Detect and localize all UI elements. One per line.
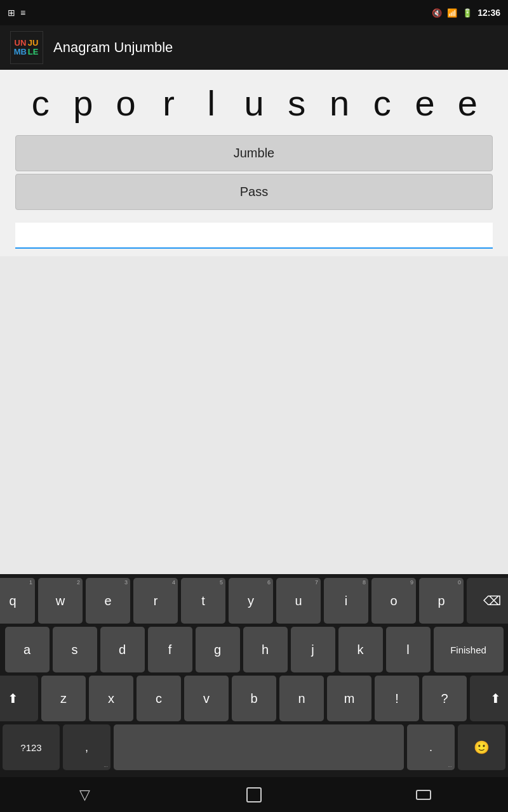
key-n[interactable]: n [279, 676, 324, 721]
key-x[interactable]: x [89, 676, 133, 721]
shift-left-key[interactable]: ⬆ [0, 676, 38, 721]
key-w[interactable]: 2w [38, 578, 83, 624]
key-z[interactable]: z [41, 676, 86, 721]
key-u[interactable]: 7u [276, 578, 321, 624]
letter-8: c [361, 82, 403, 124]
keyboard-row-4: ?123 , ... . ... 🙂 [3, 724, 505, 770]
letter-0: c [19, 82, 62, 124]
mute-icon: 🔇 [432, 8, 442, 18]
key-g[interactable]: g [196, 627, 240, 672]
app-bar: UN JU MB LE Anagram Unjumble [0, 25, 508, 70]
key-c[interactable]: c [137, 676, 181, 721]
key-p[interactable]: 0p [419, 578, 464, 624]
recent-button[interactable] [404, 782, 443, 808]
key-q[interactable]: 1q [0, 578, 35, 624]
main-content: c p o r l u s n c e e Jumble Pass [0, 70, 508, 574]
key-i[interactable]: 8i [324, 578, 368, 624]
key-d[interactable]: d [100, 627, 145, 672]
grid-icon: ⊞ [8, 8, 15, 18]
key-e[interactable]: 3e [86, 578, 130, 624]
svg-rect-0 [247, 788, 261, 802]
letter-7: n [318, 82, 361, 124]
battery-icon: 🔋 [462, 8, 472, 18]
key-h[interactable]: h [243, 627, 288, 672]
key-s[interactable]: s [53, 627, 97, 672]
key-exclaim[interactable]: ! [375, 676, 419, 721]
letter-5: u [232, 82, 275, 124]
menu-icon: ≡ [20, 8, 25, 18]
game-buttons: Jumble Pass [0, 130, 508, 215]
letter-6: s [276, 82, 318, 124]
nav-bar: ▽ [0, 777, 508, 812]
keyboard-row-2: a s d f g h j k l Finished [3, 627, 505, 672]
letter-10: e [446, 82, 489, 124]
wifi-icon: 📶 [447, 8, 457, 18]
time-display: 12:36 [478, 8, 500, 18]
status-bar: ⊞ ≡ 🔇 📶 🔋 12:36 [0, 0, 508, 25]
key-j[interactable]: j [291, 627, 335, 672]
jumble-button[interactable]: Jumble [15, 135, 493, 171]
key-o[interactable]: 9o [371, 578, 416, 624]
keyboard-row-3: ⬆ z x c v b n m ! ? ⬆ [3, 676, 505, 721]
gray-area [0, 256, 508, 574]
letter-1: p [62, 82, 104, 124]
key-f[interactable]: f [148, 627, 192, 672]
finished-button[interactable]: Finished [434, 627, 504, 672]
key-r[interactable]: 4r [133, 578, 178, 624]
key-y[interactable]: 6y [229, 578, 273, 624]
app-title: Anagram Unjumble [53, 39, 173, 56]
comma-key[interactable]: , ... [63, 724, 110, 770]
pass-button[interactable]: Pass [15, 174, 493, 210]
letter-9: e [403, 82, 446, 124]
key-l[interactable]: l [386, 627, 431, 672]
status-bar-left: ⊞ ≡ [8, 8, 25, 18]
sym-key[interactable]: ?123 [3, 724, 60, 770]
home-button[interactable] [235, 782, 273, 808]
emoji-key[interactable]: 🙂 [458, 724, 505, 770]
key-t[interactable]: 5t [181, 578, 225, 624]
shift-right-key[interactable]: ⬆ [470, 676, 508, 721]
key-v[interactable]: v [184, 676, 229, 721]
key-m[interactable]: m [327, 676, 371, 721]
letter-3: r [147, 82, 190, 124]
app-logo: UN JU MB LE [10, 31, 43, 64]
space-key[interactable] [114, 724, 404, 770]
key-a[interactable]: a [5, 627, 50, 672]
letter-4: l [190, 82, 232, 124]
scrambled-letters: c p o r l u s n c e e [0, 70, 508, 130]
key-k[interactable]: k [338, 627, 383, 672]
keyboard-row-1: 1q 2w 3e 4r 5t 6y 7u 8i 9o 0p ⌫ [3, 578, 505, 624]
back-button[interactable]: ▽ [65, 782, 104, 808]
answer-input[interactable] [15, 223, 493, 249]
delete-key[interactable]: ⌫ [467, 578, 508, 624]
status-bar-right: 🔇 📶 🔋 12:36 [432, 8, 500, 18]
keyboard: 1q 2w 3e 4r 5t 6y 7u 8i 9o 0p ⌫ a s d f … [0, 574, 508, 777]
key-question[interactable]: ? [422, 676, 467, 721]
key-b[interactable]: b [232, 676, 276, 721]
letter-2: o [105, 82, 147, 124]
period-key[interactable]: . ... [407, 724, 455, 770]
svg-rect-1 [417, 790, 431, 799]
